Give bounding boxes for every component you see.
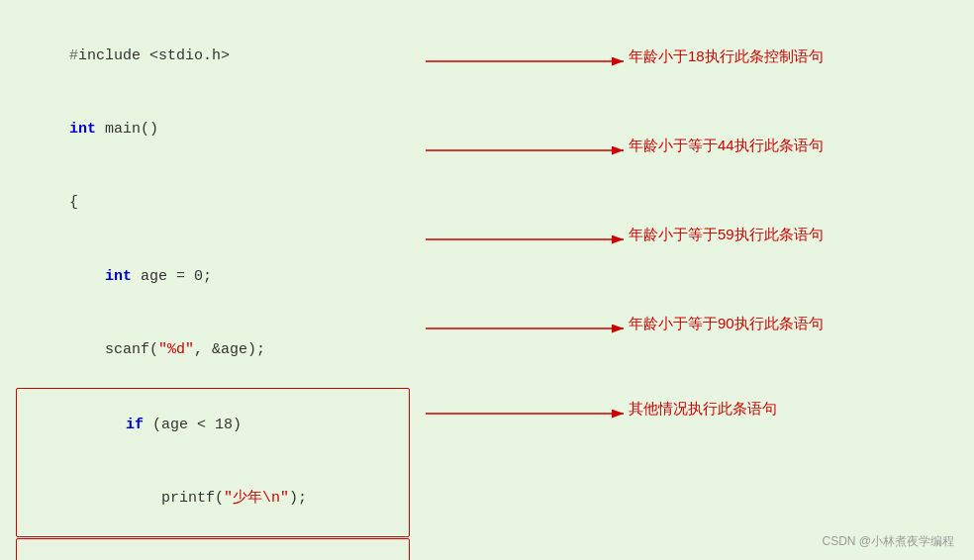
code-box1-line2: printf("少年\n"); [19,463,407,536]
code-line-3: { [16,167,410,240]
connectors-svg [426,10,974,550]
annotation-2: 年龄小于等于44执行此条语句 [629,137,824,155]
annotation-1: 年龄小于18执行此条控制语句 [629,47,824,66]
watermark: CSDN @小林煮夜学编程 [822,533,954,550]
code-box2-line1: else if (age <= 44) [19,539,407,560]
code-panel: #include <stdio.h> int main() { int age … [0,10,426,550]
code-line-5: scanf("%d", &age); [16,314,410,387]
main-container: #include <stdio.h> int main() { int age … [0,0,974,560]
annotation-3: 年龄小于等于59执行此条语句 [629,226,824,244]
code-line-1: #include <stdio.h> [16,20,410,93]
annotation-5: 其他情况执行此条语句 [629,400,777,419]
code-line-2: int main() [16,93,410,166]
code-box-2: else if (age <= 44) printf("青年\n"); [16,538,410,560]
annotations-panel: 年龄小于18执行此条控制语句 年龄小于等于44执行此条语句 年龄小于等于59执行… [426,10,974,550]
annotation-4: 年龄小于等于90执行此条语句 [629,315,824,333]
code-box1-line1: if (age < 18) [19,389,407,462]
code-line-4: int age = 0; [16,240,410,314]
code-box-1: if (age < 18) printf("少年\n"); [16,388,410,537]
